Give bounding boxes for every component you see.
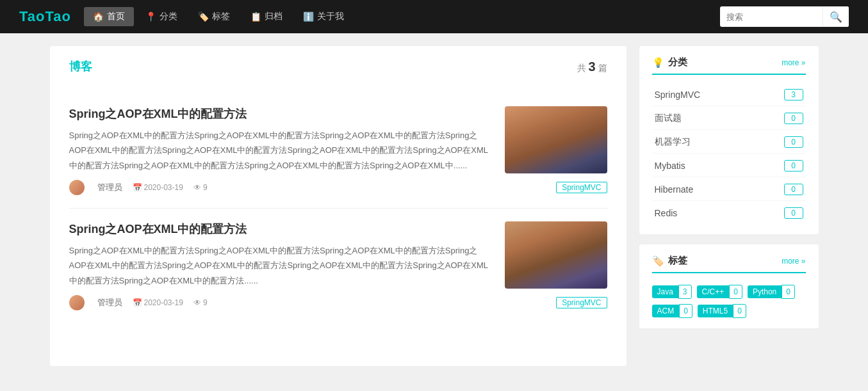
tag-count: 0: [733, 304, 746, 318]
category-name: 机器学习: [655, 136, 691, 148]
article-inner: Spring之AOP在XML中的配置方法 Spring之AOP在XML中的配置方…: [69, 221, 607, 289]
nav-archive-label: 归档: [265, 11, 283, 22]
nav-item-tags[interactable]: 🏷️ 标签: [189, 7, 239, 26]
sidebar: 💡 分类 more » SpringMVC 3 面试题 0 机器学: [639, 46, 819, 328]
bulb-icon: 💡: [652, 57, 664, 68]
tag-cloud: Java 3 C/C++ 0 Python 0 ACM 0: [652, 282, 806, 318]
list-item[interactable]: Mybatis 0: [652, 155, 806, 177]
tag-count: 0: [729, 285, 742, 299]
category-count: 0: [784, 136, 803, 148]
category-name: Hibernate: [655, 184, 694, 195]
page-wrapper: 博客 共 3 篇 Spring之AOP在XML中的配置方法 Spring之AOP…: [0, 33, 868, 391]
tags-icon: 🏷️: [198, 12, 209, 22]
about-icon: ℹ️: [303, 12, 314, 22]
nav-left: TaoTao 🏠 首页 📍 分类 🏷️ 标签 📋 归档 ℹ️ 关于我: [19, 7, 353, 26]
brand-logo[interactable]: TaoTao: [19, 8, 71, 25]
article-card: Spring之AOP在XML中的配置方法 Spring之AOP在XML中的配置方…: [69, 209, 607, 323]
date-value: 2020-03-19: [144, 298, 183, 307]
category-name: 面试题: [655, 113, 682, 124]
calendar-icon: 📅: [133, 183, 142, 192]
article-thumbnail: [505, 221, 607, 289]
page-body: 博客 共 3 篇 Spring之AOP在XML中的配置方法 Spring之AOP…: [50, 33, 819, 379]
tag-name: ACM: [652, 305, 680, 317]
blog-section-title: 博客: [69, 59, 92, 74]
tag-name: HTML5: [698, 305, 733, 317]
nav-category-label: 分类: [160, 11, 177, 22]
category-name: Redis: [655, 208, 678, 218]
article-card: Spring之AOP在XML中的配置方法 Spring之AOP在XML中的配置方…: [69, 93, 607, 209]
thumb-image: [505, 106, 607, 173]
nav-item-archive[interactable]: 📋 归档: [242, 7, 291, 26]
date-value: 2020-03-19: [144, 183, 183, 192]
article-tag[interactable]: SpringMVC: [556, 297, 607, 308]
list-item[interactable]: ACM 0: [652, 304, 692, 318]
avatar: [69, 180, 85, 195]
category-count: 0: [784, 207, 803, 219]
tag-name: Java: [652, 285, 678, 298]
list-item[interactable]: HTML5 0: [698, 304, 746, 318]
category-count: 0: [784, 184, 803, 195]
list-item[interactable]: 机器学习 0: [652, 131, 806, 154]
nav-item-category[interactable]: 📍 分类: [136, 7, 186, 26]
nav-home-label: 首页: [107, 11, 125, 22]
category-icon: 📍: [145, 12, 156, 22]
main-content: 博客 共 3 篇 Spring之AOP在XML中的配置方法 Spring之AOP…: [50, 46, 626, 366]
meta-views: 👁 9: [193, 298, 208, 307]
article-inner: Spring之AOP在XML中的配置方法 Spring之AOP在XML中的配置方…: [69, 106, 607, 173]
count-number: 3: [588, 60, 595, 74]
tags-more[interactable]: more »: [782, 257, 805, 266]
list-item[interactable]: Python 0: [748, 285, 795, 299]
avatar: [69, 295, 85, 310]
meta-date: 📅 2020-03-19: [133, 298, 183, 307]
count-suffix: 篇: [598, 63, 607, 73]
category-name: SpringMVC: [655, 90, 701, 100]
search-icon: 🔍: [830, 12, 842, 22]
list-item[interactable]: Redis 0: [652, 202, 806, 224]
meta-author: 管理员: [97, 297, 122, 308]
article-title[interactable]: Spring之AOP在XML中的配置方法: [69, 106, 492, 122]
categories-more[interactable]: more »: [782, 58, 805, 67]
thumb-image: [505, 221, 607, 289]
search-input[interactable]: [720, 12, 823, 22]
eye-icon: 👁: [193, 298, 201, 307]
category-list: SpringMVC 3 面试题 0 机器学习 0 Mybatis 0: [652, 84, 806, 224]
count-prefix: 共: [577, 63, 586, 73]
meta-author: 管理员: [97, 182, 122, 193]
category-count: 0: [784, 160, 803, 172]
list-item[interactable]: 面试题 0: [652, 108, 806, 130]
tag-name: C/C++: [697, 285, 730, 298]
article-title[interactable]: Spring之AOP在XML中的配置方法: [69, 221, 492, 237]
nav-tags-label: 标签: [212, 11, 230, 22]
meta-date: 📅 2020-03-19: [133, 183, 183, 192]
blog-header: 博客 共 3 篇: [69, 59, 607, 81]
category-count: 3: [784, 89, 803, 100]
tag-icon: 🏷️: [652, 255, 664, 267]
list-item[interactable]: Hibernate 0: [652, 179, 806, 201]
eye-icon: 👁: [193, 183, 201, 192]
article-excerpt: Spring之AOP在XML中的配置方法Spring之AOP在XML中的配置方法…: [69, 128, 492, 173]
tags-title: 🏷️ 标签: [652, 255, 687, 267]
tag-count: 0: [679, 304, 692, 318]
list-item[interactable]: Java 3: [652, 285, 692, 299]
nav-links: 🏠 首页 📍 分类 🏷️ 标签 📋 归档 ℹ️ 关于我: [84, 7, 353, 26]
list-item[interactable]: SpringMVC 3: [652, 84, 806, 106]
categories-title: 💡 分类: [652, 56, 687, 68]
nav-item-home[interactable]: 🏠 首页: [84, 7, 134, 26]
list-item[interactable]: C/C++ 0: [697, 285, 742, 299]
article-meta: 管理员 📅 2020-03-19 👁 9 SpringMVC: [69, 180, 607, 195]
home-icon: 🏠: [93, 12, 104, 22]
nav-item-about[interactable]: ℹ️ 关于我: [294, 7, 353, 26]
article-tag[interactable]: SpringMVC: [556, 182, 607, 193]
views-value: 9: [203, 183, 208, 192]
article-meta: 管理员 📅 2020-03-19 👁 9 SpringMVC: [69, 295, 607, 310]
tags-header: 🏷️ 标签 more »: [652, 255, 806, 273]
navbar: TaoTao 🏠 首页 📍 分类 🏷️ 标签 📋 归档 ℹ️ 关于我: [0, 0, 868, 33]
meta-views: 👁 9: [193, 183, 208, 192]
search-button[interactable]: 🔍: [823, 6, 849, 27]
archive-icon: 📋: [250, 12, 261, 22]
tag-count: 3: [678, 285, 692, 299]
article-thumbnail: [505, 106, 607, 173]
blog-count: 共 3 篇: [577, 60, 607, 74]
categories-card: 💡 分类 more » SpringMVC 3 面试题 0 机器学: [639, 46, 819, 234]
categories-header: 💡 分类 more »: [652, 56, 806, 75]
